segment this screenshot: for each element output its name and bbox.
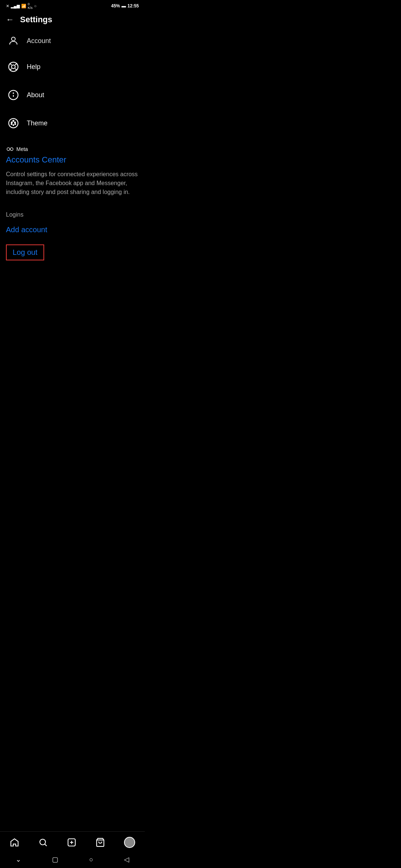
theme-menu-item[interactable]: Theme xyxy=(6,109,139,137)
data-icon: ○ xyxy=(34,4,37,8)
svg-point-15 xyxy=(11,124,12,125)
accounts-center-description: Control settings for connected experienc… xyxy=(6,170,139,197)
signal-bars: ▂▄▆ xyxy=(11,4,20,9)
theme-icon xyxy=(6,116,21,131)
svg-line-6 xyxy=(10,69,12,70)
time-display: 12:55 xyxy=(127,3,139,9)
help-label: Help xyxy=(27,63,40,71)
accounts-center-link[interactable]: Accounts Center xyxy=(6,155,139,165)
theme-label: Theme xyxy=(27,119,48,127)
data-speed: 0K/s xyxy=(28,2,33,10)
svg-point-16 xyxy=(15,124,16,125)
signal-icon: ✕ xyxy=(6,4,9,9)
account-menu-item[interactable]: Account xyxy=(0,30,145,53)
svg-line-3 xyxy=(10,63,12,65)
status-right: 45% ▬ 12:55 xyxy=(111,3,139,9)
header: ← Settings xyxy=(0,10,145,30)
meta-logo-row: Meta xyxy=(6,146,139,152)
logins-section: Logins Add account Log out xyxy=(0,203,145,268)
logins-label: Logins xyxy=(6,211,139,218)
settings-list: Help About Theme xyxy=(0,53,145,137)
svg-point-0 xyxy=(12,37,15,41)
battery-icon: ▬ xyxy=(121,3,126,9)
logout-button[interactable]: Log out xyxy=(6,244,44,260)
meta-logo-text: Meta xyxy=(16,146,28,152)
add-account-link[interactable]: Add account xyxy=(6,226,139,234)
help-menu-item[interactable]: Help xyxy=(6,53,139,81)
account-label: Account xyxy=(27,37,51,45)
about-label: About xyxy=(27,91,44,99)
status-left: ✕ ▂▄▆ 📶 0K/s ○ xyxy=(6,2,36,10)
status-bar: ✕ ▂▄▆ 📶 0K/s ○ 45% ▬ 12:55 xyxy=(0,0,145,10)
about-icon xyxy=(6,88,21,102)
help-icon xyxy=(6,59,21,74)
svg-point-12 xyxy=(14,122,16,123)
svg-line-4 xyxy=(15,69,17,70)
svg-point-13 xyxy=(13,120,14,121)
meta-logo-icon xyxy=(6,147,14,152)
svg-point-11 xyxy=(11,122,12,123)
account-icon xyxy=(6,33,21,48)
page-title: Settings xyxy=(20,15,52,24)
back-button[interactable]: ← xyxy=(6,15,14,24)
svg-point-2 xyxy=(12,65,15,69)
svg-line-5 xyxy=(15,63,17,65)
svg-point-14 xyxy=(13,125,14,126)
wifi-icon: 📶 xyxy=(21,4,26,9)
about-menu-item[interactable]: About xyxy=(6,81,139,109)
battery-percent: 45% xyxy=(111,3,120,9)
meta-section: Meta Accounts Center Control settings fo… xyxy=(0,137,145,203)
